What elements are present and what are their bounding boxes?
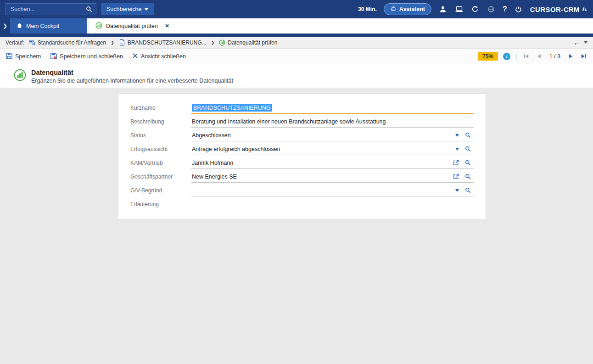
breadcrumb-separator-icon: ❯ <box>110 40 115 45</box>
field-status[interactable]: Abgeschlossen <box>191 129 474 141</box>
search-areas-label: Suchbereiche <box>106 6 141 12</box>
user-icon[interactable] <box>438 5 448 14</box>
field-value-geschäftspartner: New Energies SE <box>192 174 237 180</box>
tab-close-icon[interactable]: ✕ <box>165 23 169 29</box>
tab-datenqualitaet-pruefen[interactable]: Datenqualität prüfen ✕ <box>89 18 176 34</box>
save-button[interactable]: Speichern <box>6 52 41 61</box>
form-row-g-v-begründ: G/V-Begründ. <box>130 184 474 197</box>
field-label-kurzname: Kurzname <box>130 105 191 111</box>
tab-label: Datenqualität prüfen <box>106 23 158 29</box>
field-erläuterung[interactable] <box>191 198 474 210</box>
data-quality-progress-badge: 75% <box>478 52 498 61</box>
field-g-v-begründ[interactable] <box>191 185 474 196</box>
form-card: KurznameBRANDSCHUTZSANIERUNGBeschreibung… <box>118 94 486 219</box>
field-value-erfolgsaussicht: Anfrage erfolgreich abgeschlossen <box>192 146 280 152</box>
field-label-g-v-begründ: G/V-Begründ. <box>130 187 191 194</box>
search-areas-button[interactable]: Suchbereiche <box>101 3 154 15</box>
breadcrumb-item-label: Standardsuche für Anfragen <box>38 39 106 46</box>
globe-icon[interactable] <box>487 5 496 14</box>
field-label-status: Status <box>130 132 191 139</box>
field-label-kam-vertrieb: KAM/Vertrieb <box>130 160 191 166</box>
breadcrumb-items: Standardsuche für Anfragen❯BRANDSCHUTZSA… <box>28 39 278 46</box>
tab-mein-cockpit[interactable]: Mein Cockpit <box>10 18 87 34</box>
document-icon <box>119 39 125 46</box>
close-view-button[interactable]: Ansicht schließen <box>132 53 186 60</box>
tab-bar: ❯ Mein Cockpit Datenqualität prüfen ✕ <box>0 18 593 34</box>
field-label-erfolgsaussicht: Erfolgsaussicht <box>130 146 191 152</box>
form-row-kam-vertrieb: KAM/VertriebJannik Hofmann <box>130 156 474 170</box>
sidebar-expander[interactable]: ❯ <box>0 18 10 34</box>
next-record-button[interactable] <box>567 53 575 59</box>
brand-sail-icon <box>582 5 587 14</box>
data-quality-icon <box>14 69 26 88</box>
field-value-status: Abgeschlossen <box>192 132 231 139</box>
history-dropdown-icon[interactable] <box>584 41 587 44</box>
devices-icon[interactable] <box>454 5 464 14</box>
dropdown-caret-icon[interactable] <box>455 189 459 192</box>
form-row-beschreibung: BeschreibungBeratung und Installation ei… <box>130 115 474 129</box>
save-close-label: Speichern und schließen <box>60 53 123 60</box>
field-beschreibung[interactable]: Beratung und Installation einer neuen Br… <box>191 116 474 128</box>
first-record-button[interactable] <box>522 53 530 59</box>
close-icon <box>132 53 138 60</box>
field-geschäftspartner[interactable]: New Energies SE <box>191 171 474 183</box>
toolbar-divider: | <box>515 53 517 60</box>
field-label-geschäftspartner: Geschäftspartner <box>130 174 191 180</box>
form-row-status: StatusAbgeschlossen <box>130 129 474 142</box>
quality-icon <box>219 39 225 46</box>
lookup-search-icon[interactable] <box>465 160 471 166</box>
search-box[interactable] <box>6 3 96 15</box>
breadcrumb-item-label: Datenqualität prüfen <box>228 39 277 46</box>
search-icon[interactable] <box>86 6 92 12</box>
help-icon[interactable]: ? <box>503 5 507 13</box>
breadcrumb-item[interactable]: BRANDSCHUTZSANIERUNG... <box>119 39 207 46</box>
tab-label: Mein Cockpit <box>26 23 59 29</box>
form-row-kurzname: KurznameBRANDSCHUTZSANIERUNG <box>130 101 474 115</box>
field-value-kam-vertrieb: Jannik Hofmann <box>192 160 233 166</box>
field-kurzname[interactable]: BRANDSCHUTZSANIERUNG <box>191 102 474 114</box>
dropdown-caret-icon[interactable] <box>455 134 459 137</box>
history-back-icon[interactable]: ← <box>573 39 580 46</box>
breadcrumb-item-label: BRANDSCHUTZSANIERUNG... <box>128 39 207 46</box>
search-list-icon <box>28 39 35 46</box>
lookup-search-icon[interactable] <box>465 174 471 179</box>
breadcrumb-label: Verlauf: <box>6 39 24 46</box>
last-record-button[interactable] <box>580 53 587 59</box>
open-record-icon[interactable] <box>453 160 459 166</box>
breadcrumb: Verlauf: Standardsuche für Anfragen❯BRAN… <box>0 37 593 49</box>
close-view-label: Ansicht schließen <box>141 53 186 60</box>
topbar: Suchbereiche 30 Min. Assistent ? CURSOR-… <box>0 0 593 18</box>
save-icon <box>6 52 12 61</box>
page-subtitle: Ergänzen Sie die aufgeführten Informatio… <box>31 78 233 84</box>
page-title: Datenqualität <box>31 69 233 76</box>
field-value-beschreibung: Beratung und Installation einer neuen Br… <box>192 118 386 125</box>
dropdown-caret-icon[interactable] <box>455 148 459 151</box>
content-area: KurznameBRANDSCHUTZSANIERUNGBeschreibung… <box>0 88 593 364</box>
brand-label: CURSOR-CRM <box>530 6 580 13</box>
lookup-search-icon[interactable] <box>465 187 471 193</box>
form-row-geschäftspartner: GeschäftspartnerNew Energies SE <box>130 170 474 184</box>
lookup-search-icon[interactable] <box>465 146 471 152</box>
save-close-icon <box>50 52 57 61</box>
assistant-button[interactable]: Assistent <box>384 3 431 15</box>
home-icon <box>17 22 22 30</box>
field-value-kurzname: BRANDSCHUTZSANIERUNG <box>192 104 272 112</box>
toolbar: Speichern Speichern und schließen Ansich… <box>0 49 593 64</box>
refresh-icon[interactable] <box>470 5 480 14</box>
breadcrumb-item[interactable]: Datenqualität prüfen <box>219 39 277 46</box>
power-icon[interactable] <box>514 5 523 14</box>
breadcrumb-separator-icon: ❯ <box>211 40 215 45</box>
search-input[interactable] <box>10 6 86 13</box>
previous-record-button[interactable] <box>535 53 543 59</box>
open-record-icon[interactable] <box>453 174 459 179</box>
lookup-search-icon[interactable] <box>465 132 471 138</box>
save-and-close-button[interactable]: Speichern und schließen <box>50 52 123 61</box>
field-label-erläuterung: Erläuterung <box>130 201 191 207</box>
chevron-down-icon <box>145 8 148 11</box>
field-erfolgsaussicht[interactable]: Anfrage erfolgreich abgeschlossen <box>191 143 474 155</box>
quality-icon <box>95 22 102 30</box>
info-icon[interactable]: i <box>503 53 510 60</box>
breadcrumb-item[interactable]: Standardsuche für Anfragen <box>28 39 106 46</box>
field-kam-vertrieb[interactable]: Jannik Hofmann <box>191 157 474 169</box>
assistant-label: Assistent <box>399 6 425 12</box>
